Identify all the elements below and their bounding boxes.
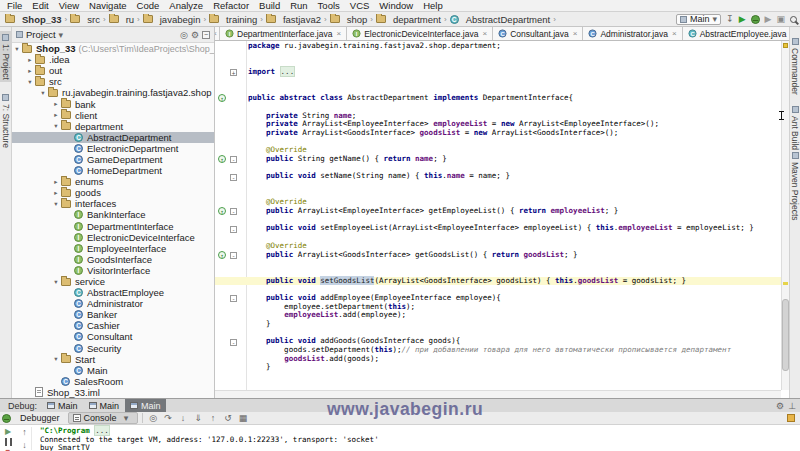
scrollbar-thumb[interactable] bbox=[782, 299, 789, 371]
override-marker-icon[interactable]: ↑ bbox=[218, 155, 226, 163]
tree-item-enums[interactable]: ▸enums bbox=[12, 176, 214, 187]
menu-tools[interactable]: Tools bbox=[313, 0, 345, 11]
editor-tab-administrator-java[interactable]: Administrator.java× bbox=[583, 27, 682, 40]
close-icon[interactable]: × bbox=[336, 29, 341, 38]
tree-item-bankinterface[interactable]: BankInterface bbox=[12, 209, 214, 220]
menu-vcs[interactable]: VCS bbox=[345, 0, 375, 11]
tree-item-consultant[interactable]: Consultant bbox=[12, 331, 214, 342]
collapse-all-icon[interactable]: − bbox=[202, 31, 210, 39]
editor-scrollbar[interactable] bbox=[781, 41, 789, 390]
collapse-arrow-icon[interactable]: ▸ bbox=[51, 178, 61, 186]
fold-collapse-icon[interactable]: - bbox=[230, 339, 237, 346]
show-execution-point-icon[interactable]: ◎ bbox=[147, 413, 160, 423]
menu-window[interactable]: Window bbox=[374, 0, 418, 11]
debug-session-tab-0[interactable]: Main bbox=[42, 399, 83, 412]
debug-session-tab-1[interactable]: Main bbox=[84, 399, 125, 412]
breadcrumb-javabegin[interactable]: javabegin bbox=[142, 14, 202, 25]
step-out-icon[interactable]: ↑ bbox=[207, 413, 220, 423]
tree-item-security[interactable]: Security bbox=[12, 343, 214, 354]
scroll-down-icon[interactable]: ↓ bbox=[22, 440, 27, 450]
menu-run[interactable]: Run bbox=[285, 0, 312, 11]
tree-item-out[interactable]: ▸out bbox=[12, 65, 214, 76]
menu-file[interactable]: File bbox=[2, 0, 27, 11]
menu-navigate[interactable]: Navigate bbox=[84, 0, 132, 11]
tree-item-banker[interactable]: Banker bbox=[12, 309, 214, 320]
variables-view-icon[interactable] bbox=[787, 414, 795, 422]
run-icon[interactable]: ▶ bbox=[739, 14, 746, 24]
editor-tab-departmentinterface-java[interactable]: DepartmentInterface.java× bbox=[220, 27, 347, 40]
tree-item-main[interactable]: Main bbox=[12, 365, 214, 376]
editor-tab-consultant-java[interactable]: Consultant.java× bbox=[493, 27, 583, 40]
inspection-status-icon[interactable] bbox=[783, 43, 788, 48]
gear-icon[interactable]: ⚙ bbox=[776, 401, 784, 411]
editor-tab-abstractemployee-java[interactable]: AbstractEmployee.java× bbox=[683, 27, 789, 40]
tree-item-goodsinterface[interactable]: GoodsInterface bbox=[12, 254, 214, 265]
expand-arrow-icon[interactable]: ▾ bbox=[38, 89, 48, 97]
expand-arrow-icon[interactable]: ▾ bbox=[12, 45, 22, 53]
hide-panel-icon[interactable]: ⊥ bbox=[788, 401, 796, 411]
editor-hscrollbar[interactable] bbox=[215, 390, 781, 398]
tree-item-visitorinterface[interactable]: VisitorInterface bbox=[12, 265, 214, 276]
expand-arrow-icon[interactable]: ▾ bbox=[25, 78, 35, 86]
menu-refactor[interactable]: Refactor bbox=[208, 0, 254, 11]
collapse-arrow-icon[interactable]: ▸ bbox=[25, 56, 35, 64]
tree-item-ru-javabegin-training-fastjava2-shop[interactable]: ▾ru.javabegin.training.fastjava2.shop bbox=[12, 87, 214, 98]
close-icon[interactable]: × bbox=[482, 29, 487, 38]
tree-item-start[interactable]: ▾Start bbox=[12, 354, 214, 365]
view-tab-console[interactable]: Console▾ bbox=[68, 412, 138, 424]
expand-arrow-icon[interactable]: ▾ bbox=[51, 122, 61, 130]
scroll-up-icon[interactable]: ↑ bbox=[22, 427, 27, 437]
collapse-arrow-icon[interactable]: ▸ bbox=[51, 111, 61, 119]
tree-item-client[interactable]: ▸client bbox=[12, 110, 214, 121]
tree-item-department[interactable]: ▾department bbox=[12, 121, 214, 132]
expand-arrow-icon[interactable]: ▾ bbox=[51, 355, 61, 363]
debug-console[interactable]: ▶ ■ ↑ ↓ "C:\Program ...Connected to the … bbox=[0, 425, 800, 451]
tree-item-gamedepartment[interactable]: GameDepartment bbox=[12, 154, 214, 165]
expand-arrow-icon[interactable]: ▾ bbox=[51, 278, 61, 286]
tree-item-homedepartment[interactable]: HomeDepartment bbox=[12, 165, 214, 176]
tree-item-electronicdeviceinterface[interactable]: ElectronicDeviceInterface bbox=[12, 232, 214, 243]
step-over-icon[interactable]: ↷ bbox=[162, 413, 175, 423]
override-marker-icon[interactable]: ↑ bbox=[218, 207, 226, 215]
fold-collapse-icon[interactable]: - bbox=[230, 295, 237, 302]
chevron-down-icon[interactable]: ▾ bbox=[59, 30, 64, 40]
collapse-arrow-icon[interactable]: ▸ bbox=[25, 67, 35, 75]
menu-build[interactable]: Build bbox=[254, 0, 285, 11]
debug-icon[interactable] bbox=[751, 15, 760, 24]
coverage-icon[interactable]: ▶ bbox=[765, 14, 772, 24]
tool-window-tab-7-structure[interactable]: 7: Structure bbox=[0, 91, 11, 150]
collapse-arrow-icon[interactable]: ▸ bbox=[51, 100, 61, 108]
resume-icon[interactable]: ▶ bbox=[5, 427, 11, 436]
breadcrumb-department[interactable]: department bbox=[375, 14, 442, 25]
step-into-icon[interactable]: ↓ bbox=[177, 413, 190, 423]
breadcrumb-ru[interactable]: ru bbox=[108, 14, 135, 25]
fold-collapse-icon[interactable]: - bbox=[230, 156, 237, 163]
menu-analyze[interactable]: Analyze bbox=[164, 0, 208, 11]
tree-item-bank[interactable]: ▸bank bbox=[12, 98, 214, 109]
run-configuration-select[interactable]: Main ▾ bbox=[676, 14, 721, 25]
expand-arrow-icon[interactable]: ▾ bbox=[51, 200, 61, 208]
warning-stripe-mark[interactable] bbox=[783, 282, 788, 285]
view-tab-debugger[interactable]: Debugger bbox=[15, 412, 65, 424]
fold-collapse-icon[interactable]: - bbox=[230, 252, 237, 259]
tree-item-goods[interactable]: ▸goods bbox=[12, 187, 214, 198]
tree-item-shop-33-iml[interactable]: Shop_33.iml bbox=[12, 387, 214, 398]
menu-view[interactable]: View bbox=[54, 0, 84, 11]
tree-item-idea[interactable]: ▸.idea bbox=[12, 54, 214, 65]
breadcrumb-training[interactable]: training bbox=[208, 14, 258, 25]
settings-box-icon[interactable]: ▣ bbox=[776, 14, 785, 24]
pause-icon[interactable] bbox=[5, 438, 12, 446]
breadcrumb-src[interactable]: src bbox=[69, 14, 101, 25]
search-icon[interactable] bbox=[790, 16, 797, 23]
tree-item-electronicdepartment[interactable]: ElectronicDepartment bbox=[12, 143, 214, 154]
hide-tool-windows-icon[interactable]: ↧ bbox=[726, 14, 734, 24]
editor-tab-electronicdeviceinterface-java[interactable]: ElectronicDeviceInterface.java× bbox=[347, 27, 493, 40]
breadcrumb-shop-33[interactable]: Shop_33 bbox=[4, 14, 63, 25]
tool-window-tab-commander[interactable]: Commander bbox=[790, 35, 800, 97]
override-marker-icon[interactable]: ↑ bbox=[218, 251, 226, 259]
menu-help[interactable]: Help bbox=[418, 0, 448, 11]
tree-item-cashier[interactable]: Cashier bbox=[12, 320, 214, 331]
debug-session-tab-2[interactable]: Main bbox=[125, 399, 166, 412]
tool-window-tab-maven-projects[interactable]: Maven Projects bbox=[790, 149, 800, 223]
fold-collapse-icon[interactable]: - bbox=[230, 174, 237, 181]
